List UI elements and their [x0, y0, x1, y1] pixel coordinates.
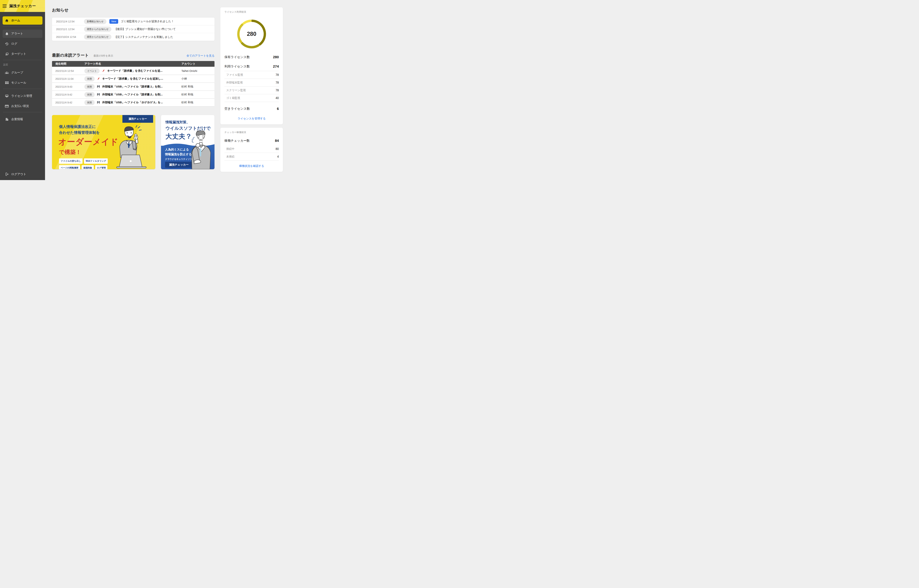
license-free-label: 空きライセンス数 [225, 107, 250, 111]
module-label: ゴミ箱監視 [226, 96, 240, 100]
alert-title: キーワード「請求書」を含むファイルを追... [107, 69, 163, 73]
new-badge: New [109, 19, 118, 24]
sidebar-item-targets[interactable]: ターゲット [3, 50, 42, 58]
notice-tag: 新機能お知らせ [84, 19, 107, 24]
sidebar-item-groups[interactable]: グループ [3, 69, 42, 77]
notice-row[interactable]: 2022/11/4 12:54 新機能お知らせ New ゴミ箱監視モジュールが追… [52, 18, 215, 25]
alerts-subtitle: 最新の5件を表示 [94, 54, 113, 58]
alerts-table: 発生時間 アラート件名 アカウント 2022/11/4 12:54 イベント キ… [52, 61, 215, 106]
notice-date: 2022/11/1 12:54 [56, 28, 84, 31]
hamburger-menu-icon[interactable] [3, 4, 6, 8]
license-card-title: ライセンス利用状況 [225, 10, 279, 14]
history-clock-icon [5, 42, 9, 46]
notice-date: 2022/11/4 12:54 [56, 20, 84, 23]
banner-copy-line1: 情報漏洩対策、 [165, 120, 190, 124]
alerts-header: 最新の未読アラート 最新の5件を表示 全てのアラートを見る [52, 53, 215, 58]
notice-title: 【完了】システムメンテナンスを実施しました [114, 35, 173, 39]
sidebar-item-license-label: ライセンス管理 [11, 94, 32, 98]
license-total-value: 280 [273, 55, 279, 59]
sidebar-item-company-label: 企業情報 [11, 118, 23, 121]
sidebar-item-modules[interactable]: モジュール [3, 79, 42, 87]
home-icon [5, 19, 9, 23]
license-donut-chart: 280 [235, 17, 268, 51]
license-module-row: スクリーン監視 78 [225, 87, 279, 94]
view-all-alerts-link[interactable]: 全てのアラートを見る [187, 54, 215, 58]
alert-time: 2022/11/4 9:42 [55, 101, 84, 104]
sidebar-item-logs[interactable]: ログ [3, 40, 42, 48]
logout-button[interactable]: ログアウト [0, 168, 45, 180]
checker-row-connected: 接続中 80 [225, 145, 279, 153]
license-usage-card: ライセンス利用状況 280 保有ライセンス数 280 利用ライセンス数 274 … [220, 7, 283, 124]
notices-card: 2022/11/4 12:54 新機能お知らせ New ゴミ箱監視モジュールが追… [52, 18, 215, 41]
module-label: ファイル監視 [226, 73, 243, 77]
check-status-link[interactable]: 稼働状況を確認する [225, 164, 279, 168]
banner-copy-line3: 大丈夫？ [165, 132, 192, 141]
alert-row[interactable]: 2022/11/4 11:04 状態 キーワード「請求書」を含むファイルを追加し… [52, 75, 215, 82]
donut-center-value: 280 [235, 17, 268, 51]
sidebar-item-targets-label: ターゲット [11, 52, 26, 56]
sidebar-item-alerts[interactable]: アラート [3, 29, 42, 38]
feature-chip: ページの閲覧履歴 [59, 165, 80, 169]
promo-banner-antivirus[interactable]: 情報漏洩対策、 ウイルスソフトだけで 大丈夫？ 人為的ミスによる 情報漏洩を防止… [161, 115, 215, 169]
main-content: お知らせ 2022/11/4 12:54 新機能お知らせ New ゴミ箱監視モジ… [52, 0, 215, 169]
module-value: 78 [276, 73, 279, 77]
sidebar-item-alerts-label: アラート [11, 32, 23, 36]
sidebar-item-license[interactable]: ライセンス管理 [3, 92, 42, 100]
alert-row[interactable]: 2022/11/4 9:43 状態 外部端末「USB」へファイル「請求書.1」を… [52, 83, 215, 90]
sidebar-item-payment[interactable]: お支払い状況 [3, 102, 42, 110]
credit-card-icon [5, 104, 9, 108]
sidebar-item-company[interactable]: 企業情報 [3, 115, 42, 123]
worried-man-illustration [190, 131, 215, 169]
crayon-icon [102, 69, 105, 73]
alerts-title: 最新の未読アラート [52, 53, 89, 58]
alert-row[interactable]: 2022/11/4 9:42 状態 外部端末「USB」へファイル「請求書.2」を… [52, 91, 215, 98]
license-used-label: 利用ライセンス数 [225, 64, 250, 69]
banner-copy-line2: 合わせた情報管理体制を [59, 130, 100, 135]
logout-icon [5, 172, 9, 176]
floppy-icon [97, 85, 100, 88]
logout-label: ログアウト [11, 172, 26, 176]
promo-banners: 漏洩チェッカー 個人情報保護法改正に 合わせた情報管理体制を オーダーメイド で… [52, 115, 215, 169]
banner-feature-chips: ファイルの持ち出し Webフィルタリング ページの閲覧履歴 遠隔削除 ログ管理 [59, 158, 114, 169]
license-free-row: 空きライセンス数 6 [225, 104, 279, 113]
sidebar-section-settings: 設定 [3, 63, 42, 66]
sidebar: 漏洩チェッカー ホーム アラート ログ [0, 0, 45, 180]
alert-title: 外部端末「USB」へファイル「請求書.1」を削... [102, 85, 163, 88]
promo-banner-ordermade[interactable]: 漏洩チェッカー 個人情報保護法改正に 合わせた情報管理体制を オーダーメイド で… [52, 115, 155, 169]
target-device-icon [5, 52, 9, 56]
module-value: 40 [276, 97, 279, 100]
alert-type-pill: 状態 [84, 76, 95, 81]
disconnected-value: 4 [277, 155, 279, 158]
app-title: 漏洩チェッカー [9, 3, 36, 8]
sidebar-item-logs-label: ログ [11, 42, 17, 46]
banner-desc-line2: 情報漏洩を防止する [165, 152, 192, 157]
alert-time: 2022/11/4 12:54 [55, 69, 84, 73]
banner-brand-badge: 漏洩チェッカー [165, 162, 193, 168]
alert-time: 2022/11/4 9:43 [55, 85, 84, 88]
feature-chip: Webフィルタリング [84, 158, 108, 164]
manage-license-link[interactable]: ライセンスを管理する [225, 117, 279, 120]
module-label: スクリーン監視 [226, 89, 246, 92]
alert-account: Taihei Onishi [181, 69, 215, 73]
checker-total-value: 84 [275, 139, 279, 143]
module-value: 78 [276, 89, 279, 92]
license-module-row: 外部端末監視 78 [225, 79, 279, 87]
notice-title: 【復旧】プッシュ通知が一部届かない件について [114, 27, 176, 31]
crayon-icon [97, 77, 100, 80]
license-module-row: ファイル監視 78 [225, 71, 279, 79]
sidebar-divider [3, 26, 42, 27]
grid-modules-icon [5, 81, 9, 85]
floppy-icon [97, 101, 100, 104]
alert-row[interactable]: 2022/11/4 12:54 イベント キーワード「請求書」を含むファイルを追… [52, 67, 215, 74]
notice-row[interactable]: 2022/11/1 12:54 運営からのお知らせ 【復旧】プッシュ通知が一部届… [52, 25, 215, 33]
license-used-row: 利用ライセンス数 274 [225, 61, 279, 71]
right-panel: ライセンス利用状況 280 保有ライセンス数 280 利用ライセンス数 274 … [220, 7, 283, 172]
alert-type-pill: 状態 [84, 100, 95, 105]
disconnected-label: 未接続 [226, 155, 234, 158]
notice-row[interactable]: 2022/10/24 12:54 運営からのお知らせ 【完了】システムメンテナン… [52, 33, 215, 41]
notice-title: ゴミ箱監視モジュールが追加されました！ [121, 19, 174, 23]
alert-type-pill: 状態 [84, 84, 95, 89]
alert-row[interactable]: 2022/11/4 9:42 状態 外部端末「USB」へファイル「ホゲホゲ.3」… [52, 99, 215, 106]
license-free-value: 6 [277, 107, 279, 111]
sidebar-item-home[interactable]: ホーム [3, 16, 42, 24]
